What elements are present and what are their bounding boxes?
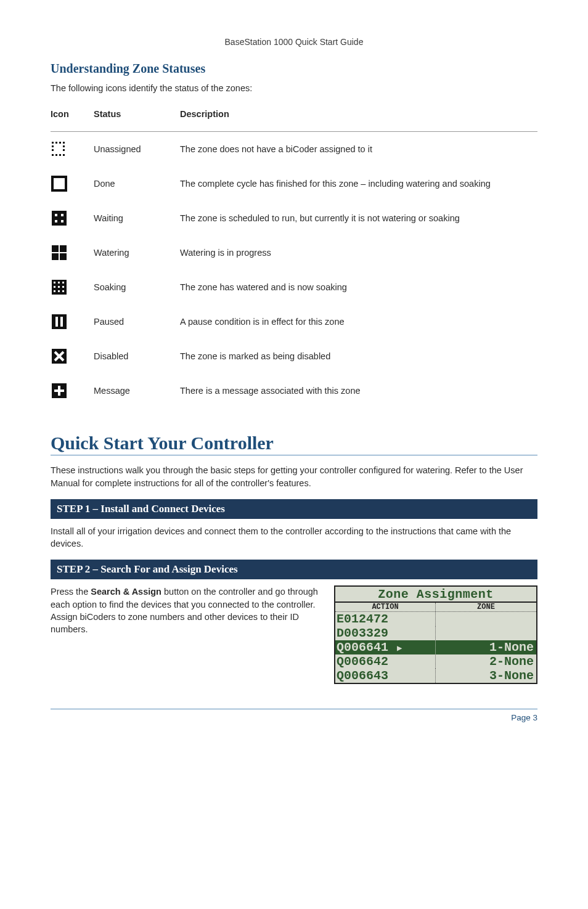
status-label: Unassigned <box>94 132 180 167</box>
table-row: Done The complete cycle has finished for… <box>51 166 537 201</box>
svg-rect-14 <box>55 214 57 216</box>
status-label: Paused <box>94 304 180 339</box>
message-icon <box>51 382 68 399</box>
svg-rect-28 <box>54 290 55 292</box>
svg-rect-20 <box>59 245 60 260</box>
table-row: Watering Watering is in progress <box>51 235 537 270</box>
step2-body-pre: Press the <box>51 587 91 597</box>
lcd-row: Q006642 2-None <box>335 654 536 669</box>
svg-rect-5 <box>55 154 57 156</box>
status-description: The zone has watered and is now soaking <box>180 270 537 304</box>
svg-rect-26 <box>58 286 60 288</box>
status-label: Waiting <box>94 201 180 235</box>
table-row: Unassigned The zone does not have a biCo… <box>51 132 537 167</box>
table-row: Disabled The zone is marked as being dis… <box>51 339 537 373</box>
section-title-quickstart: Quick Start Your Controller <box>51 433 537 455</box>
status-description: There is a message associated with this … <box>180 373 537 408</box>
svg-rect-9 <box>52 149 54 151</box>
svg-rect-0 <box>52 142 54 144</box>
status-label: Watering <box>94 235 180 270</box>
lcd-zone: 2-None <box>436 654 536 669</box>
lcd-zone <box>436 626 536 640</box>
svg-rect-16 <box>55 220 57 222</box>
svg-rect-22 <box>54 282 55 283</box>
lcd-action: Q006642 <box>335 654 436 669</box>
lcd-row: Q006643 3-None <box>335 669 536 683</box>
svg-rect-11 <box>63 149 65 151</box>
svg-rect-3 <box>63 142 65 144</box>
lcd-header-action: ACTION <box>335 603 436 611</box>
lcd-action: D003329 <box>335 626 436 640</box>
svg-rect-31 <box>52 314 67 329</box>
selection-arrow-icon: ▶ <box>396 643 402 653</box>
th-status: Status <box>94 104 180 132</box>
page-header: BaseStation 1000 Quick Start Guide <box>51 37 537 47</box>
step1-bar: STEP 1 – Install and Connect Devices <box>51 499 537 519</box>
svg-rect-1 <box>55 142 57 144</box>
status-description: The complete cycle has finished for this… <box>180 166 537 201</box>
done-icon <box>51 175 68 192</box>
svg-rect-37 <box>54 389 64 392</box>
quickstart-intro: These instructions walk you through the … <box>51 464 537 489</box>
unassigned-icon <box>51 141 68 158</box>
status-description: The zone is marked as being disabled <box>180 339 537 373</box>
disabled-icon <box>51 348 68 365</box>
lcd-action: Q006641 ▶ <box>335 640 436 654</box>
section-title-understanding: Understanding Zone Statuses <box>51 62 537 76</box>
status-label: Disabled <box>94 339 180 373</box>
th-icon: Icon <box>51 104 94 132</box>
lcd-title: Zone Assignment <box>335 587 536 603</box>
svg-rect-25 <box>54 286 55 288</box>
svg-rect-15 <box>61 214 63 216</box>
svg-rect-23 <box>58 282 60 283</box>
paused-icon <box>51 313 68 330</box>
th-description: Description <box>180 104 537 132</box>
svg-rect-17 <box>61 220 63 222</box>
waiting-icon <box>51 210 68 227</box>
svg-rect-10 <box>63 145 65 147</box>
table-row: Paused A pause condition is in effect fo… <box>51 304 537 339</box>
svg-rect-12 <box>52 177 66 190</box>
table-row: Message There is a message associated wi… <box>51 373 537 408</box>
soaking-icon <box>51 279 68 296</box>
svg-rect-33 <box>60 317 63 327</box>
svg-rect-2 <box>59 142 61 144</box>
table-row: Waiting The zone is scheduled to run, bu… <box>51 201 537 235</box>
watering-icon <box>51 244 68 261</box>
status-label: Message <box>94 373 180 408</box>
page-footer: Page 3 <box>51 709 537 722</box>
lcd-row: D003329 <box>335 626 536 640</box>
status-label: Soaking <box>94 270 180 304</box>
lcd-row: Q006641 ▶1-None <box>335 640 536 654</box>
section-intro-understanding: The following icons identify the status … <box>51 82 537 94</box>
status-description: Watering is in progress <box>180 235 537 270</box>
lcd-row: E012472 <box>335 612 536 626</box>
lcd-zone: 3-None <box>436 669 536 683</box>
zone-status-table: Icon Status Description Unassigned The z… <box>51 104 537 408</box>
step2-bar: STEP 2 – Search For and Assign Devices <box>51 560 537 579</box>
step2-body-bold: Search & Assign <box>91 587 161 597</box>
step2-body: Press the Search & Assign button on the … <box>51 585 319 635</box>
lcd-action: Q006643 <box>335 669 436 683</box>
table-row: Soaking The zone has watered and is now … <box>51 270 537 304</box>
step1-body: Install all of your irrigation devices a… <box>51 525 537 550</box>
svg-rect-27 <box>62 286 64 288</box>
lcd-zone <box>436 612 536 626</box>
svg-rect-13 <box>52 211 67 226</box>
svg-rect-32 <box>55 317 58 327</box>
svg-rect-4 <box>52 154 54 156</box>
status-description: The zone is scheduled to run, but curren… <box>180 201 537 235</box>
lcd-header-zone: ZONE <box>436 603 536 611</box>
status-description: A pause condition is in effect for this … <box>180 304 537 339</box>
svg-rect-8 <box>52 145 54 147</box>
lcd-zone: 1-None <box>436 640 536 654</box>
svg-rect-30 <box>62 290 64 292</box>
lcd-screenshot: Zone Assignment ACTION ZONE E012472 D003… <box>334 585 537 684</box>
svg-rect-29 <box>58 290 60 292</box>
svg-rect-24 <box>62 282 64 283</box>
status-label: Done <box>94 166 180 201</box>
svg-rect-7 <box>63 154 65 156</box>
svg-rect-6 <box>59 154 61 156</box>
status-description: The zone does not have a biCoder assigne… <box>180 132 537 167</box>
lcd-action: E012472 <box>335 612 436 626</box>
